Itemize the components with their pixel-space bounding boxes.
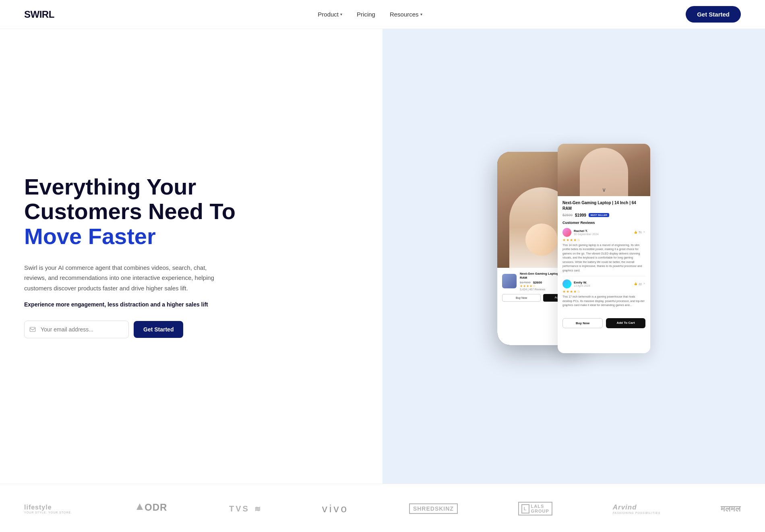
card-price-old: $2599 [562, 213, 573, 217]
phone-mockup: ❤️ ⭐ 💬 Next-Gen Gaming Laptop | 14 Inch … [497, 144, 650, 369]
logo-vivo: vivo [322, 503, 349, 515]
hero-section: Everything Your Customers Need To Move F… [0, 29, 765, 484]
chevron-down-icon-card: ∨ [602, 186, 606, 193]
flag-icon-2: ⚑ [643, 282, 645, 286]
hero-heading-line1: Everything Your [24, 174, 196, 199]
reviewer-date-2: 13 April 2024 [574, 284, 590, 287]
navbar: SWIRL Product ▾ Pricing Resources ▾ Get … [0, 0, 765, 29]
review-text-1: This 14 inch gaming laptop is a marvel o… [562, 243, 645, 273]
hero-subtext: Swirl is your AI commerce agent that com… [24, 263, 217, 294]
reviewer-name-date-2: Emily W. 13 April 2024 [574, 281, 590, 287]
logo-shredskinz: SHREDSKINZ [409, 503, 458, 514]
flag-icon-1: ⚑ [643, 231, 645, 234]
review-header-2: Emily W. 13 April 2024 👍 22 ⚑ [562, 279, 645, 288]
nav-get-started-button[interactable]: Get Started [686, 6, 741, 23]
review-stars-2: ★★★★☆ [562, 290, 645, 294]
nav-pricing[interactable]: Pricing [357, 11, 375, 18]
reviewer-info-1: Rachel T. 30 September 2024 [562, 228, 599, 237]
likes-count-2: 22 [639, 283, 642, 286]
card-reviews-title: Customer Reviews [562, 221, 645, 225]
hero-heading-blue: Move Faster [24, 224, 156, 249]
review-text-2: This 17 inch behemoth is a gaming powerh… [562, 295, 645, 308]
review-item-2: Emily W. 13 April 2024 👍 22 ⚑ ★★★★☆ [562, 279, 645, 311]
review-header-1: Rachel T. 30 September 2024 👍 51 ⚑ [562, 228, 645, 237]
card-price-new: $1999 [575, 213, 586, 217]
reviewer-name-2: Emily W. [574, 281, 590, 284]
nav-pricing-label: Pricing [357, 11, 375, 18]
nav-resources-label: Resources [390, 11, 419, 18]
chevron-down-icon-2: ▾ [420, 12, 422, 17]
reviewer-date-1: 30 September 2024 [574, 233, 599, 236]
logo-tvs: TVS ≋ [229, 504, 262, 513]
reviewer-name-date-1: Rachel T. 30 September 2024 [574, 229, 599, 236]
logo-lifestyle: lifestyle YOUR STYLE. YOUR STORE. [24, 504, 72, 514]
svg-text:ODR: ODR [145, 502, 167, 513]
mini-price-old: $17999 [520, 281, 531, 284]
card-price-row: $2599 $1999 BEST SELLER [562, 213, 645, 217]
hero-left: Everything Your Customers Need To Move F… [0, 29, 382, 484]
card-badge: BEST SELLER [589, 213, 609, 217]
svg-marker-1 [136, 503, 143, 510]
brand-logo[interactable]: SWIRL [24, 9, 54, 20]
hero-heading: Everything Your Customers Need To Move F… [24, 174, 358, 249]
logo-arvind: Arvind FASHIONING POSSIBILITIES [613, 503, 660, 514]
product-detail-card: ∨ Next-Gen Gaming Laptop | 14 Inch | 64 … [558, 144, 650, 353]
nav-resources[interactable]: Resources ▾ [390, 11, 422, 18]
card-btn-row: Buy Now Add To Cart [558, 315, 650, 331]
product-thumbnail [502, 274, 517, 288]
nav-product-label: Product [318, 11, 339, 18]
nav-links: Product ▾ Pricing Resources ▾ [318, 11, 422, 18]
hero-email-form: Get Started [24, 321, 358, 338]
card-product-image: ∨ [558, 144, 650, 196]
email-input[interactable] [24, 321, 129, 338]
likes-count-1: 51 [639, 231, 642, 234]
logo-lals-group: L LALSGROUP [518, 502, 552, 515]
review-likes-2: 👍 22 ⚑ [634, 282, 645, 286]
mini-price-new: $2600 [533, 281, 542, 284]
card-product-title: Next-Gen Gaming Laptop | 14 Inch | 64 RA… [562, 200, 645, 211]
reviewer-info-2: Emily W. 13 April 2024 [562, 279, 590, 288]
mini-buy-button[interactable]: Buy Now [502, 294, 541, 302]
reviewer-name-1: Rachel T. [574, 229, 599, 233]
review-item-1: Rachel T. 30 September 2024 👍 51 ⚑ ★★★★☆ [562, 228, 645, 277]
card-buy-button[interactable]: Buy Now [562, 318, 603, 328]
hero-get-started-button[interactable]: Get Started [134, 321, 183, 338]
review-stars-1: ★★★★☆ [562, 238, 645, 242]
hero-right: ❤️ ⭐ 💬 Next-Gen Gaming Laptop | 14 Inch … [382, 29, 765, 484]
review-likes-1: 👍 51 ⚑ [634, 231, 645, 234]
hero-heading-line2: Customers Need To [24, 199, 236, 224]
logo-odr: ODR [132, 500, 169, 517]
reviewer-avatar-2 [562, 279, 571, 288]
hero-cta-text: Experience more engagement, less distrac… [24, 301, 217, 308]
nav-product[interactable]: Product ▾ [318, 11, 342, 18]
logo-strip: lifestyle YOUR STYLE. YOUR STORE. ODR TV… [0, 484, 765, 532]
logo-malamal: मलमल [721, 504, 741, 513]
chevron-down-icon: ▾ [340, 12, 342, 17]
card-body: Next-Gen Gaming Laptop | 14 Inch | 64 RA… [558, 196, 650, 315]
reviewer-avatar-1 [562, 228, 571, 237]
card-cart-button[interactable]: Add To Cart [606, 318, 645, 328]
